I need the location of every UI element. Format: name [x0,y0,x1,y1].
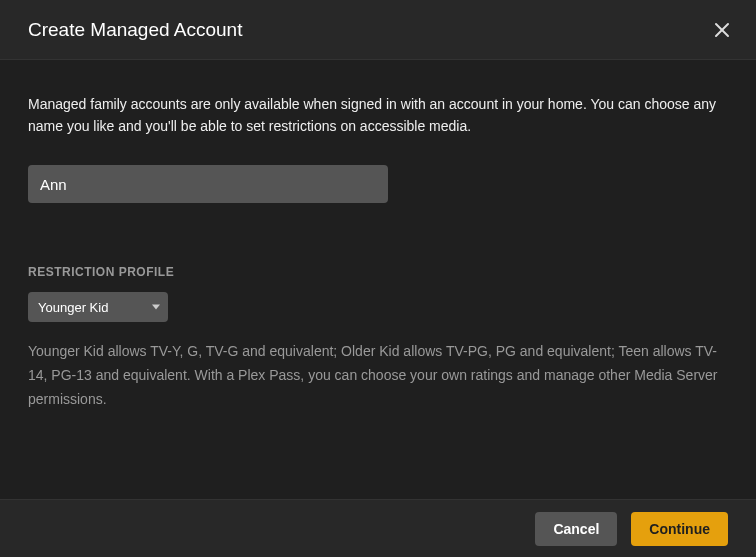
dialog-content: Managed family accounts are only availab… [0,60,756,412]
dialog-header: Create Managed Account [0,0,756,60]
close-icon [714,22,730,38]
close-button[interactable] [708,16,736,44]
continue-button[interactable]: Continue [631,512,728,546]
restriction-profile-label: RESTRICTION PROFILE [28,265,728,279]
restriction-profile-value: Younger Kid [28,292,168,322]
restriction-profile-select[interactable]: Younger Kid [28,292,168,322]
intro-description: Managed family accounts are only availab… [28,94,728,137]
name-input[interactable] [28,165,388,203]
dialog-title: Create Managed Account [28,19,242,41]
restriction-profile-description: Younger Kid allows TV-Y, G, TV-G and equ… [28,340,728,411]
dialog-footer: Cancel Continue [0,499,756,557]
cancel-button[interactable]: Cancel [535,512,617,546]
